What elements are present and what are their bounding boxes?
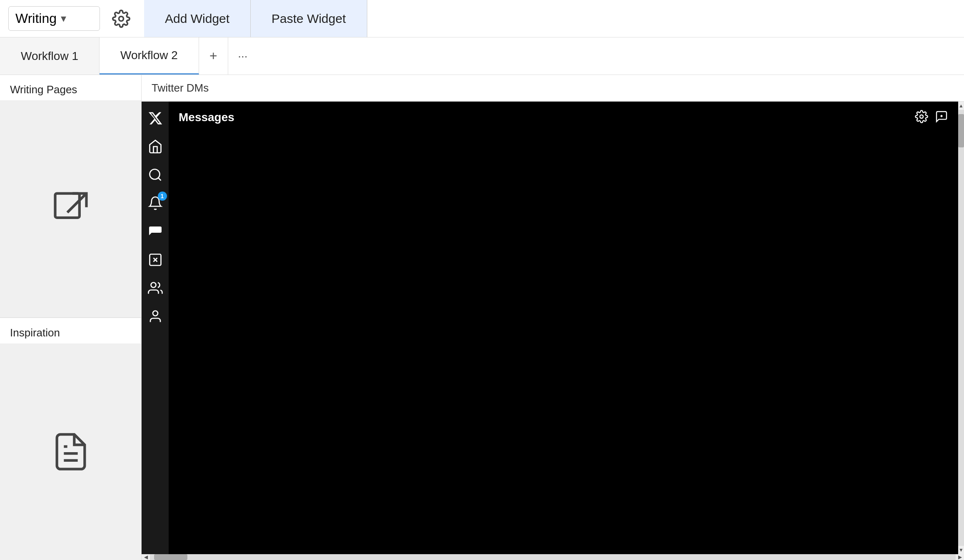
twitter-widget: 1 [142,102,964,554]
writing-pages-label: Writing Pages [0,75,141,101]
writing-label: Writing [15,11,57,26]
twitter-search-icon[interactable] [145,165,165,185]
svg-line-6 [158,178,161,181]
twitter-messages-title: Messages [179,111,234,124]
inspiration-label: Inspiration [0,318,141,343]
scrollbar-down-arrow[interactable]: ▼ [958,546,964,554]
tab-workflow2[interactable]: Workflow 2 [100,37,199,75]
gear-button[interactable] [107,4,136,33]
svg-point-5 [149,169,159,179]
sidebar-sections: Writing Pages Inspiration [0,75,141,560]
svg-point-11 [153,311,158,316]
twitter-new-message-icon[interactable] [935,110,948,125]
main-content: Writing Pages Inspiration [0,75,964,560]
scrollbar-h-thumb[interactable] [154,554,187,560]
svg-point-0 [119,16,124,21]
twitter-messages-nav-icon[interactable] [145,222,165,241]
external-link-icon [50,188,92,230]
scrollbar-track[interactable] [958,110,964,546]
writing-pages-section: Writing Pages [0,75,141,318]
scrollbar-thumb[interactable] [958,114,964,147]
twitter-home-icon[interactable] [145,137,165,157]
tabs-row: Workflow 1 Workflow 2 + ··· [0,37,964,75]
twitter-settings-icon[interactable] [915,110,928,125]
more-tabs-button[interactable]: ··· [228,37,257,75]
twitter-header-icons [915,110,948,125]
writing-pages-open-button[interactable] [0,101,141,317]
twitter-scrollbar-horizontal[interactable]: ◀ ▶ [142,554,964,560]
twitter-nav-sidebar: 1 [142,102,169,554]
notification-badge: 1 [158,192,167,201]
scrollbar-up-arrow[interactable]: ▲ [958,102,964,110]
inspiration-open-button[interactable] [0,343,141,560]
twitter-compose-icon[interactable] [145,250,165,270]
twitter-notifications-icon[interactable]: 1 [145,193,165,213]
writing-dropdown[interactable]: Writing ▾ [8,6,100,31]
twitter-main-content: Messages [169,102,958,554]
paste-widget-button[interactable]: Paste Widget [251,0,367,37]
svg-point-12 [920,115,923,118]
widget-area: Twitter DMs [142,75,964,560]
scrollbar-left-arrow[interactable]: ◀ [142,554,150,560]
twitter-dms-header: Twitter DMs [142,75,964,102]
tab-workflow1[interactable]: Workflow 1 [0,37,100,75]
twitter-profile-icon[interactable] [145,306,165,326]
twitter-messages-header: Messages [169,102,958,133]
add-tab-button[interactable]: + [199,37,228,75]
twitter-widget-inner: 1 [142,102,964,554]
twitter-scrollbar-vertical[interactable]: ▲ ▼ [958,102,964,554]
chevron-down-icon: ▾ [61,12,66,25]
toolbar: Writing ▾ Add Widget Paste Widget [0,0,964,37]
twitter-x-logo-icon[interactable] [145,108,165,128]
inspiration-section: Inspiration [0,318,141,560]
toolbar-left: Writing ▾ [0,0,144,37]
scrollbar-h-track[interactable] [150,554,956,560]
add-widget-button[interactable]: Add Widget [144,0,251,37]
document-icon [50,431,92,473]
twitter-communities-icon[interactable] [145,278,165,298]
sidebar: Writing Pages Inspiration [0,75,142,560]
svg-point-10 [151,283,156,288]
twitter-widget-wrapper: 1 [142,102,964,560]
scrollbar-right-arrow[interactable]: ▶ [956,554,964,560]
